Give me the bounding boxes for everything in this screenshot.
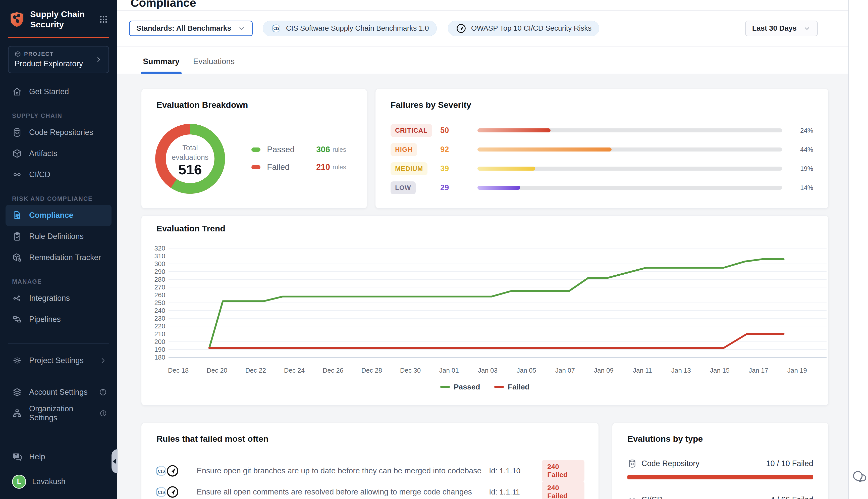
type-row-head: CI/CD4 / 66 Failed (628, 494, 813, 499)
chevron-right-icon (99, 356, 107, 365)
legend-swatch (251, 147, 260, 152)
page-title: Compliance (131, 0, 196, 10)
info-icon[interactable] (99, 388, 107, 396)
sidebar-item-artifacts[interactable]: Artifacts (0, 143, 117, 164)
svg-text:Dec 20: Dec 20 (207, 367, 227, 374)
sidebar-item-rule-definitions[interactable]: Rule Definitions (0, 226, 117, 247)
cube-icon (12, 148, 22, 159)
sidebar-item-integrations[interactable]: Integrations (0, 288, 117, 309)
rules-failed-card: Rules that failed most often CISEnsure o… (141, 423, 599, 499)
sidebar-item-account-settings[interactable]: Account Settings (0, 382, 117, 403)
sidebar-item-label: Integrations (29, 294, 70, 303)
app-grid-icon[interactable] (99, 15, 108, 24)
sidebar-item-organization-settings[interactable]: Organization Settings (0, 403, 117, 424)
trend-legend-label: Failed (508, 383, 530, 391)
severity-bar-fill (478, 186, 520, 190)
help-button[interactable]: ? Help (0, 447, 117, 467)
svg-text:Jan 01: Jan 01 (439, 367, 459, 374)
rule-id: Id: 1.1.11 (489, 488, 537, 496)
severity-bar-fill (478, 147, 611, 151)
evaluation-donut-chart: Totalevaluations516 (152, 121, 228, 197)
sidebar-collapse-handle[interactable] (112, 449, 117, 473)
chat-bubble-icon[interactable] (851, 467, 868, 485)
sidebar-section-label: RISK AND COMPLIANCE (0, 185, 117, 205)
sidebar-item-ci-cd[interactable]: CI/CD (0, 164, 117, 185)
type-rows: Code Repository10 / 10 FailedCI/CD4 / 66… (612, 458, 828, 499)
standards-dropdown[interactable]: Standards: All Benchmarks (129, 21, 253, 36)
infinity-icon (628, 495, 637, 499)
svg-text:300: 300 (154, 260, 165, 268)
collapse-arrow-icon (113, 459, 116, 464)
date-range-dropdown[interactable]: Last 30 Days (745, 21, 818, 36)
severity-badge: LOW (390, 181, 416, 194)
breakdown-legend-row: Passed306rules (251, 141, 346, 158)
svg-text:310: 310 (154, 252, 165, 260)
project-selector[interactable]: PROJECT Product Exploratory (8, 46, 109, 73)
card-title: Failures by Severity (375, 89, 828, 110)
app-root: Supply Chain Security PROJECT Product Ex… (0, 0, 868, 499)
brand-line2: Security (30, 19, 99, 30)
svg-text:Total: Total (182, 144, 198, 152)
card-title: Evalutions by type (612, 423, 828, 444)
rule-id: Id: 1.1.10 (489, 466, 537, 475)
pipeline-icon (12, 314, 22, 324)
sidebar-item-label: CI/CD (29, 170, 50, 179)
avatar: L (12, 475, 26, 489)
repo-icon (12, 127, 22, 137)
severity-row: HIGH9244% (375, 140, 828, 159)
svg-text:Jan 19: Jan 19 (788, 367, 807, 374)
sidebar-item-label: Rule Definitions (29, 232, 84, 241)
rule-row[interactable]: CISEnsure open git branches are up to da… (141, 460, 598, 481)
svg-text:190: 190 (154, 346, 165, 353)
benchmark-chip[interactable]: CISCIS Software Supply Chain Benchmarks … (263, 21, 437, 36)
sidebar-item-pipelines[interactable]: Pipelines (0, 309, 117, 330)
svg-text:evaluations: evaluations (172, 153, 209, 161)
sidebar-item-remediation-tracker[interactable]: Remediation Tracker (0, 247, 117, 268)
gear-icon (12, 355, 22, 366)
tab-evaluations[interactable]: Evaluations (191, 57, 237, 74)
help-chat-icon: ? (12, 452, 22, 462)
chevron-down-icon (803, 25, 811, 32)
card-title: Rules that failed most often (141, 423, 598, 444)
sidebar-item-get-started[interactable]: Get Started (0, 81, 117, 102)
svg-text:280: 280 (154, 276, 165, 283)
repo-icon (628, 459, 637, 468)
sidebar-item-code-repositories[interactable]: Code Repositories (0, 122, 117, 143)
severity-badge: MEDIUM (390, 162, 427, 175)
tab-summary[interactable]: Summary (141, 57, 182, 74)
sidebar-item-label: Account Settings (29, 388, 88, 397)
severity-count: 39 (440, 164, 470, 173)
info-icon[interactable] (99, 409, 107, 417)
trend-legend: PassedFailed (141, 383, 828, 391)
cis-icon: CIS (271, 23, 282, 34)
benchmark-chip[interactable]: OWASP Top 10 CI/CD Security Risks (448, 21, 599, 36)
trend-legend-label: Passed (454, 383, 480, 391)
sidebar-item-label: Remediation Tracker (29, 253, 101, 262)
brand-row: Supply Chain Security (0, 0, 117, 30)
type-row: Code Repository10 / 10 Failed (628, 458, 813, 479)
svg-text:Jan 15: Jan 15 (710, 367, 730, 374)
brand-line1: Supply Chain (30, 9, 99, 19)
rule-row[interactable]: CISEnsure all open comments are resolved… (141, 481, 598, 499)
user-menu[interactable]: L Lavakush (0, 470, 117, 493)
rule-icons: CIS (154, 464, 191, 478)
type-label: CI/CD (642, 495, 662, 499)
trend-legend-item: Failed (494, 383, 530, 391)
svg-text:Dec 28: Dec 28 (361, 367, 382, 374)
sidebar-item-compliance[interactable]: Compliance (5, 205, 112, 226)
severity-rows: CRITICAL5024%HIGH9244%MEDIUM3919%LOW2914… (375, 121, 828, 197)
severity-bar-track (478, 129, 782, 132)
svg-text:Dec 30: Dec 30 (400, 367, 421, 374)
severity-bar-fill (478, 129, 550, 132)
rule-rows: CISEnsure open git branches are up to da… (141, 460, 598, 499)
org-gear-icon (12, 408, 22, 418)
failures-by-severity-card: Failures by Severity CRITICAL5024%HIGH92… (375, 89, 829, 208)
sidebar-item-project-settings[interactable]: Project Settings (0, 350, 117, 371)
svg-text:Dec 22: Dec 22 (245, 367, 266, 374)
legend-unit: rules (333, 163, 346, 171)
card-title: Evaluation Breakdown (141, 89, 367, 110)
severity-row: LOW2914% (375, 178, 828, 197)
breakdown-legend-row: Failed210rules (251, 158, 346, 176)
severity-badge: CRITICAL (390, 124, 432, 137)
cube-icon (15, 51, 21, 57)
